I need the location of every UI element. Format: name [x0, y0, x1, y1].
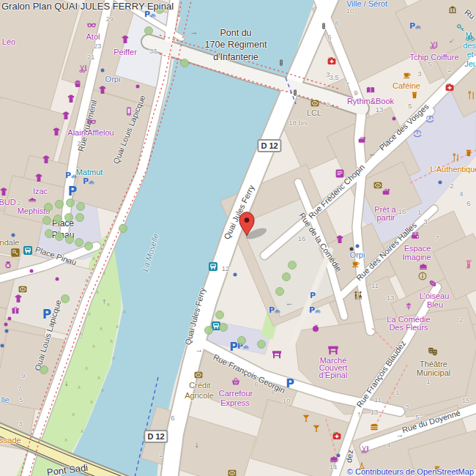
- oneway-arrow-icon: →: [396, 431, 404, 439]
- tree-icon: [219, 323, 228, 332]
- fountain-icon: [412, 129, 423, 140]
- house-number: 2: [447, 66, 451, 73]
- poi-label: des: [463, 42, 476, 51]
- shoe-shop-icon: [28, 194, 37, 204]
- grass-tuft-icon: ʌ: [85, 278, 88, 283]
- grass-tuft-icon: ʌ: [107, 302, 110, 307]
- house-number: 29: [106, 15, 114, 23]
- house-number: 3,5: [329, 74, 338, 81]
- poi-label: partir: [376, 214, 395, 223]
- grass-tuft-icon: ʌ: [103, 270, 105, 275]
- bank-icon: [18, 285, 28, 294]
- locksmith-icon: [11, 248, 21, 258]
- tree-icon: [257, 340, 266, 349]
- page-title: Gralon Plan QUAI JULES FERRY Epinal: [1, 1, 174, 12]
- tree-icon: [275, 287, 284, 296]
- house-number: 11: [374, 396, 382, 404]
- route-ref-badge: D 12: [257, 139, 281, 152]
- tree-icon: [76, 202, 85, 211]
- poi-label: d'Épinal: [319, 371, 348, 380]
- poi-label: Agricole: [185, 392, 214, 401]
- house-number: 5: [428, 61, 431, 68]
- bookshop-icon: [366, 86, 376, 95]
- tree-icon: [61, 294, 70, 303]
- grass-tuft-icon: ʌ: [79, 331, 82, 336]
- house-number: 3: [405, 404, 409, 411]
- house-number: 6: [327, 34, 331, 41]
- map-label: Pont du: [220, 29, 251, 38]
- oneway-arrow-icon: →: [354, 411, 362, 419]
- grass-tuft-icon: ʌ: [72, 412, 75, 417]
- oneway-arrow-icon: →: [190, 28, 198, 36]
- map-canvas[interactable]: Rue RualménilQuai Louis LapicqueQuai Lou…: [0, 0, 476, 476]
- house-number: 5: [19, 396, 23, 404]
- grass-tuft-icon: ʌ: [96, 289, 99, 294]
- street-label: Place Pinau: [34, 245, 77, 267]
- grass-tuft-icon: ʌ: [92, 343, 95, 349]
- poi-dot: [393, 117, 396, 121]
- house-number: 10: [283, 398, 291, 405]
- poi-dot: [350, 248, 354, 251]
- bicycle-parking-icon: P: [269, 306, 280, 314]
- poi-dot: [337, 454, 341, 458]
- poi-label: LCL: [307, 109, 321, 118]
- house-number: 3: [18, 420, 22, 428]
- grass-tuft-icon: ʌ: [90, 399, 93, 404]
- oneway-arrow-icon: →: [62, 258, 70, 266]
- grass-tuft-icon: ʌ: [78, 384, 81, 390]
- tree-icon: [42, 216, 51, 225]
- parking-icon: P: [68, 185, 77, 198]
- tree-icon: [40, 365, 48, 374]
- cafe-icon: [352, 259, 361, 269]
- poi-label: lle: [1, 396, 9, 405]
- tree-icon: [144, 26, 153, 35]
- grass-tuft-icon: ʌ: [92, 256, 95, 261]
- fountain-icon: [425, 114, 436, 125]
- hairdresser-icon: [360, 445, 370, 455]
- pharmacy-icon: [332, 431, 342, 441]
- house-number: 2: [77, 140, 81, 147]
- tree-icon: [84, 242, 93, 250]
- tree-icon: [215, 310, 224, 319]
- poi-dot: [439, 181, 442, 185]
- house-number: 7: [435, 234, 439, 242]
- poi-label: ndale: [0, 239, 19, 248]
- market-stall-icon: [271, 349, 283, 360]
- phone-shop-icon: [124, 107, 134, 116]
- house-number: 1: [417, 209, 421, 216]
- poi-label: Peiffer: [114, 48, 137, 57]
- grass-tuft-icon: ʌ: [88, 311, 91, 316]
- bicycle-parking-icon: P: [65, 171, 77, 179]
- house-number: 1: [426, 378, 430, 385]
- tree-icon: [288, 261, 297, 269]
- poi-label: L'oiseau: [420, 292, 450, 301]
- tree-icon: [75, 238, 83, 247]
- grass-tuft-icon: ʌ: [112, 355, 115, 360]
- poi-label: Caféine: [393, 82, 420, 91]
- clothing-shop-icon: [42, 155, 51, 165]
- tree-icon: [45, 229, 53, 238]
- hotel-icon: [464, 260, 474, 269]
- cafe-icon: [403, 70, 412, 80]
- house-number: 6: [171, 414, 174, 422]
- house-number: 3: [423, 218, 427, 226]
- supermarket-icon: [231, 377, 241, 387]
- bank-icon: [228, 469, 237, 476]
- tree-icon: [53, 215, 62, 223]
- grass-tuft-icon: ʌ: [97, 375, 100, 380]
- tree-icon: [66, 198, 75, 207]
- street-label: dez: [345, 449, 355, 463]
- photo-studio-icon: [411, 231, 420, 241]
- street-label: Quai Jules Ferry: [184, 287, 207, 346]
- attribution-link[interactable]: © Contributeurs de OpenStreetMap: [347, 467, 474, 476]
- pastry-shop-icon: [419, 262, 428, 272]
- bus-stop-icon: [209, 262, 218, 272]
- florist-icon: [404, 302, 414, 311]
- grass-tuft-icon: ʌ: [100, 326, 103, 331]
- clothing-shop-icon: [121, 35, 130, 45]
- parking-icon: P: [310, 288, 316, 301]
- street-label: Ru: [463, 8, 476, 21]
- bank-icon: [194, 371, 204, 380]
- poi-label: Atol: [86, 33, 100, 42]
- map-label: 170e Régiment: [205, 40, 267, 50]
